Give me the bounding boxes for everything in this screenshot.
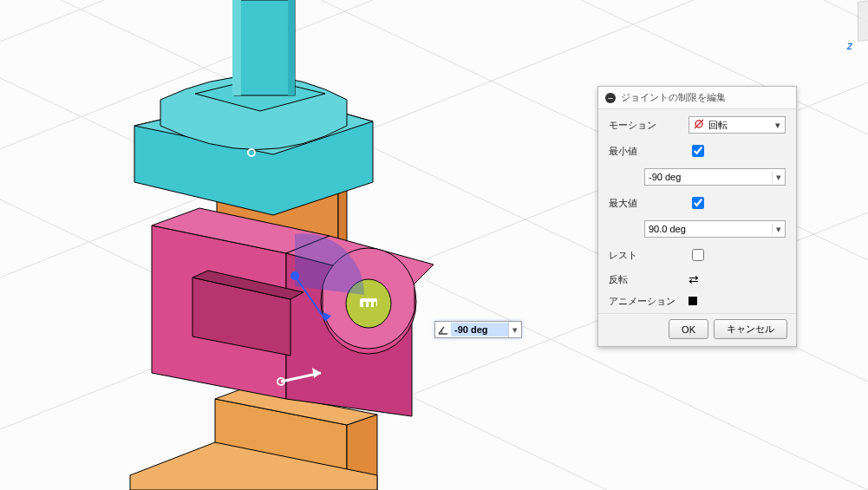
reverse-button[interactable]: ⇄ [689, 272, 699, 286]
rest-checkbox[interactable] [692, 249, 704, 261]
angle-input[interactable] [451, 323, 508, 336]
max-value-dropdown[interactable]: ▾ [772, 224, 785, 235]
svg-rect-39 [232, 0, 241, 95]
max-value-input[interactable] [645, 221, 772, 237]
view-cube[interactable] [858, 0, 868, 42]
model-stem [232, 0, 295, 95]
max-label: 最大値 [609, 197, 689, 210]
dialog-titlebar[interactable]: – ジョイントの制限を編集 [598, 87, 796, 109]
animation-label: アニメーション [609, 295, 689, 308]
angle-input-floating: ▾ [434, 321, 522, 338]
min-value-input[interactable] [645, 169, 772, 185]
axis-z-label: z [847, 40, 852, 52]
min-label: 最小値 [609, 145, 689, 158]
angle-input-dropdown[interactable]: ▾ [508, 322, 521, 337]
joint-origin-icon [360, 298, 377, 307]
motion-label: モーション [609, 119, 689, 132]
motion-select[interactable]: 回転 ▾ [689, 116, 786, 134]
motion-select-value: 回転 [708, 119, 769, 132]
min-checkbox[interactable] [692, 145, 704, 157]
svg-line-10 [0, 0, 104, 42]
dialog-title: ジョイントの制限を編集 [621, 91, 726, 104]
angle-icon [435, 322, 451, 337]
cancel-button[interactable]: キャンセル [714, 319, 787, 339]
rest-label: レスト [609, 249, 689, 262]
reverse-label: 反転 [609, 273, 689, 286]
svg-rect-38 [234, 0, 295, 95]
max-checkbox[interactable] [692, 197, 704, 209]
ok-button[interactable]: OK [669, 319, 708, 339]
edit-joint-limits-dialog: – ジョイントの制限を編集 モーション 回転 ▾ 最小値 [597, 86, 797, 347]
min-value-dropdown[interactable]: ▾ [772, 172, 785, 183]
svg-rect-34 [374, 302, 376, 307]
viewport-canvas[interactable]: ▾ – ジョイントの制限を編集 モーション 回転 ▾ [0, 0, 868, 490]
model-top-cap [134, 76, 373, 216]
animation-stop-button[interactable] [689, 297, 697, 305]
dialog-collapse-icon[interactable]: – [605, 93, 616, 103]
rotate-icon [693, 118, 705, 132]
svg-rect-32 [363, 302, 366, 307]
chevron-down-icon: ▾ [773, 120, 783, 131]
svg-rect-33 [369, 302, 371, 307]
svg-rect-40 [288, 0, 295, 95]
